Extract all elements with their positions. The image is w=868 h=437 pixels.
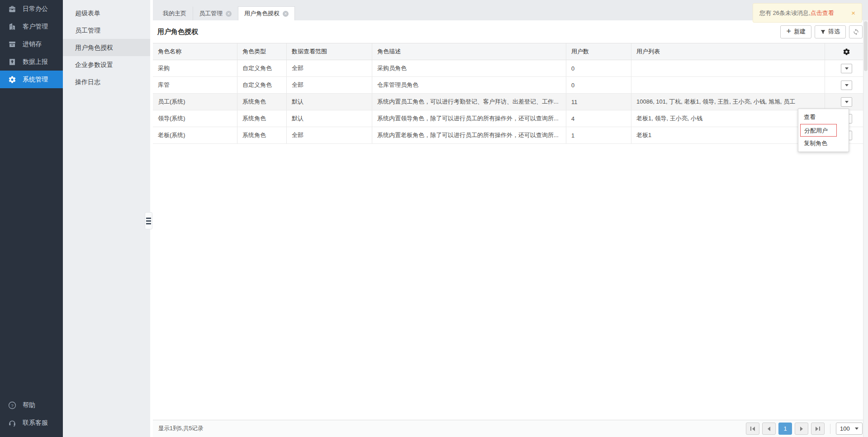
sidebar-item-label: 日常办公 bbox=[23, 5, 48, 13]
submenu-item-label: 企业参数设置 bbox=[75, 61, 113, 68]
column-header-users[interactable]: 用户列表 bbox=[631, 43, 825, 60]
column-header-name[interactable]: 角色名称 bbox=[153, 43, 237, 60]
panel-collapse-handle[interactable] bbox=[145, 212, 152, 229]
first-page-icon bbox=[752, 427, 755, 431]
submenu-item[interactable]: 操作日志 bbox=[63, 73, 150, 90]
submenu-item[interactable]: 员工管理 bbox=[63, 22, 150, 39]
cell-data-scope: 全部 bbox=[286, 60, 372, 76]
filter-button[interactable]: 筛选 bbox=[815, 25, 846, 38]
prev-page-icon bbox=[768, 427, 770, 431]
submenu-item[interactable]: 企业参数设置 bbox=[63, 56, 150, 73]
pager-divider bbox=[830, 424, 830, 434]
new-button[interactable]: + 新建 bbox=[780, 25, 811, 38]
submenu-item-label: 员工管理 bbox=[75, 27, 100, 34]
sidebar-item[interactable]: 客户管理 bbox=[0, 18, 63, 35]
column-header-desc[interactable]: 角色描述 bbox=[372, 43, 566, 60]
menu-item[interactable]: 复制角色 bbox=[798, 137, 849, 150]
table-row[interactable]: 采购 自定义角色 全部 采购员角色 0 bbox=[153, 60, 868, 77]
page-size-select[interactable]: 100 bbox=[836, 423, 863, 435]
app-root: 日常办公 客户管理 进销存 数据上报 bbox=[0, 0, 868, 437]
next-page-button[interactable] bbox=[795, 423, 808, 435]
sidebar-footer-item[interactable]: ? 帮助 bbox=[0, 396, 63, 414]
row-actions-dropdown[interactable] bbox=[841, 64, 852, 73]
cell-role-name: 领导(系统) bbox=[153, 110, 237, 127]
cell-data-scope: 全部 bbox=[286, 127, 372, 143]
table-row[interactable]: 领导(系统) 系统角色 默认 系统内置领导角色，除了可以进行员工的所有操作外，还… bbox=[153, 110, 868, 127]
upload-icon bbox=[8, 57, 17, 66]
current-page-button[interactable]: 1 bbox=[778, 423, 792, 435]
cell-user-list bbox=[631, 60, 825, 76]
cell-user-count: 11 bbox=[566, 94, 631, 110]
submenu-item[interactable]: 用户角色授权 bbox=[63, 39, 150, 56]
refresh-button[interactable] bbox=[849, 25, 863, 38]
menu-item[interactable]: 查看 bbox=[798, 110, 849, 124]
submenu-item-label: 操作日志 bbox=[75, 78, 100, 86]
last-page-icon bbox=[816, 427, 818, 431]
table-row[interactable]: 老板(系统) 系统角色 全部 系统内置老板角色，除了可以进行员工的所有操作外，还… bbox=[153, 127, 868, 144]
tab[interactable]: 我的主页 × bbox=[157, 6, 193, 20]
prev-page-button[interactable] bbox=[762, 423, 776, 435]
chevron-down-icon bbox=[855, 428, 859, 430]
row-actions-dropdown[interactable] bbox=[841, 97, 852, 107]
chevron-down-icon bbox=[845, 101, 849, 103]
sidebar-item[interactable]: 进销存 bbox=[0, 35, 63, 53]
sidebar-item[interactable]: 数据上报 bbox=[0, 53, 63, 71]
settings-icon[interactable] bbox=[843, 48, 850, 56]
cell-role-name: 老板(系统) bbox=[153, 127, 237, 143]
sidebar-footer-item[interactable]: 联系客服 bbox=[0, 414, 63, 432]
toast-close-icon[interactable]: × bbox=[851, 10, 855, 16]
page-title: 用户角色授权 bbox=[157, 28, 198, 36]
tab-label: 用户角色授权 bbox=[244, 10, 280, 18]
help-icon: ? bbox=[8, 401, 17, 410]
headset-icon bbox=[8, 418, 17, 428]
row-actions-menu: 查看 分配用户 复制角色 bbox=[798, 109, 849, 152]
cell-role-type: 自定义角色 bbox=[237, 77, 286, 93]
cell-user-list: 老板1 bbox=[631, 127, 825, 143]
tab-label: 我的主页 bbox=[163, 10, 186, 18]
pagination: 1 100 bbox=[746, 423, 863, 435]
gear-icon bbox=[8, 75, 17, 84]
cell-role-desc: 系统内置老板角色，除了可以进行员工的所有操作外，还可以查询所... bbox=[372, 127, 566, 143]
tab-close-icon[interactable]: × bbox=[283, 11, 289, 17]
content-header: 用户角色授权 + 新建 筛选 bbox=[153, 20, 868, 43]
column-header-actions[interactable] bbox=[825, 43, 868, 60]
column-header-scope[interactable]: 数据查看范围 bbox=[286, 43, 372, 60]
column-header-count[interactable]: 用户数 bbox=[566, 43, 631, 60]
table-body: 采购 自定义角色 全部 采购员角色 0 库管 bbox=[153, 60, 868, 420]
column-header-type[interactable]: 角色类型 bbox=[237, 43, 286, 60]
menu-item[interactable]: 分配用户 bbox=[800, 124, 837, 137]
submenu-item-label: 用户角色授权 bbox=[75, 44, 113, 51]
cell-role-type: 系统角色 bbox=[237, 94, 286, 110]
filter-icon bbox=[821, 29, 825, 34]
cell-role-name: 库管 bbox=[153, 77, 237, 93]
refresh-icon bbox=[853, 28, 859, 35]
main-area: 我的主页 × 员工管理 × 用户角色授权 × 用户角色授权 + bbox=[153, 0, 868, 437]
cell-user-list bbox=[631, 77, 825, 93]
toolbar: + 新建 筛选 bbox=[780, 25, 863, 38]
sidebar-nav: 日常办公 客户管理 进销存 数据上报 bbox=[0, 0, 63, 88]
cell-role-type: 系统角色 bbox=[237, 127, 286, 143]
table-footer: 显示1到5,共5记录 1 100 bbox=[153, 420, 868, 437]
table-row[interactable]: 员工(系统) 系统角色 默认 系统内置员工角色，可以进行考勤登记、客户拜访、出差… bbox=[153, 94, 868, 110]
submenu-item[interactable]: 超级表单 bbox=[63, 5, 150, 22]
vertical-scrollbar[interactable] bbox=[863, 20, 868, 437]
last-page-button[interactable] bbox=[811, 423, 825, 435]
tab[interactable]: 员工管理 × bbox=[193, 6, 238, 20]
first-page-button[interactable] bbox=[746, 423, 759, 435]
sidebar-item[interactable]: 日常办公 bbox=[0, 0, 63, 18]
table-row[interactable]: 库管 自定义角色 全部 仓库管理员角色 0 bbox=[153, 77, 868, 94]
tab[interactable]: 用户角色授权 × bbox=[238, 6, 295, 20]
submenu-item-label: 超级表单 bbox=[75, 10, 100, 17]
table-header: 角色名称 角色类型 数据查看范围 角色描述 用户数 用户列表 bbox=[153, 43, 868, 60]
cell-role-type: 系统角色 bbox=[237, 110, 286, 127]
scrollbar-thumb[interactable] bbox=[864, 21, 868, 71]
sidebar-item-label: 联系客服 bbox=[23, 419, 48, 427]
sidebar-item[interactable]: 系统管理 bbox=[0, 71, 63, 88]
sidebar-item-label: 数据上报 bbox=[23, 58, 48, 66]
cell-user-count: 4 bbox=[566, 110, 631, 127]
tab-label: 员工管理 bbox=[199, 10, 223, 18]
tab-close-icon[interactable]: × bbox=[226, 11, 232, 17]
cell-user-count: 0 bbox=[566, 60, 631, 76]
row-actions-dropdown[interactable] bbox=[841, 81, 852, 90]
toast-view-link[interactable]: 点击查看 bbox=[811, 9, 834, 17]
